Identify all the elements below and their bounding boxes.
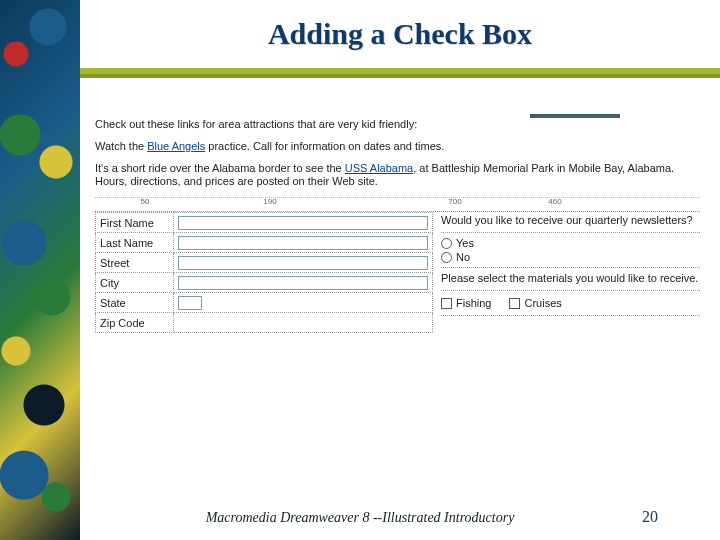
radio-option-no[interactable]: No [441, 251, 700, 263]
label-city: City [96, 273, 174, 293]
side-artwork [0, 0, 80, 540]
last-name-field[interactable] [178, 236, 428, 250]
radio-icon [441, 252, 452, 263]
street-field[interactable] [178, 256, 428, 270]
checkbox-icon [441, 298, 452, 309]
ruler-mark: 190 [263, 197, 276, 206]
checkbox-option-cruises[interactable]: Cruises [509, 297, 561, 309]
checkbox-icon [509, 298, 520, 309]
label-last-name: Last Name [96, 233, 174, 253]
title-bar: Adding a Check Box [80, 0, 720, 74]
table-row: Last Name [96, 233, 433, 253]
form-layout: First Name Last Name Street City [95, 212, 700, 333]
state-field[interactable] [178, 296, 202, 310]
first-name-field[interactable] [178, 216, 428, 230]
label-zip: Zip Code [96, 313, 174, 333]
slide: Adding a Check Box Check out these links… [0, 0, 720, 540]
radio-icon [441, 238, 452, 249]
checkbox-option-fishing[interactable]: Fishing [441, 297, 491, 309]
table-row: State [96, 293, 433, 313]
ruler-mark: 460 [548, 197, 561, 206]
ruler-guide: 50 190 700 460 [95, 197, 700, 207]
text-fragment: Watch the [95, 140, 147, 152]
materials-prompt: Please select the materials you would li… [441, 272, 700, 284]
table-row: City [96, 273, 433, 293]
ruler-mark: 700 [448, 197, 461, 206]
page-number: 20 [642, 508, 658, 526]
radio-option-yes[interactable]: Yes [441, 237, 700, 249]
footer-text: Macromedia Dreamweaver 8 --Illustrated I… [0, 510, 720, 526]
radio-label: Yes [456, 237, 474, 249]
address-table: First Name Last Name Street City [95, 212, 433, 333]
checkbox-label: Fishing [456, 297, 491, 309]
table-row: First Name [96, 213, 433, 233]
label-state: State [96, 293, 174, 313]
checkbox-row: Fishing Cruises [441, 295, 700, 311]
slide-title: Adding a Check Box [268, 17, 532, 51]
dotted-divider [441, 232, 700, 233]
table-row: Zip Code [96, 313, 433, 333]
address-column: First Name Last Name Street City [95, 212, 433, 333]
city-field[interactable] [178, 276, 428, 290]
checkbox-label: Cruises [524, 297, 561, 309]
dotted-divider [441, 290, 700, 291]
label-first-name: First Name [96, 213, 174, 233]
line-uss-alabama: It's a short ride over the Alabama borde… [95, 162, 700, 190]
line-blue-angels: Watch the Blue Angels practice. Call for… [95, 140, 700, 154]
link-blue-angels[interactable]: Blue Angels [147, 140, 205, 152]
link-uss-alabama[interactable]: USS Alabama [345, 162, 413, 174]
intro-text: Check out these links for area attractio… [95, 118, 700, 132]
dotted-divider [441, 315, 700, 316]
dotted-divider [441, 267, 700, 268]
content-area: Check out these links for area attractio… [95, 118, 700, 408]
text-fragment: It's a short ride over the Alabama borde… [95, 162, 345, 174]
table-row: Street [96, 253, 433, 273]
newsletter-question: Would you like to receive our quarterly … [441, 214, 700, 226]
title-underline [80, 74, 720, 78]
options-column: Would you like to receive our quarterly … [433, 212, 700, 333]
text-fragment: practice. Call for information on dates … [205, 140, 444, 152]
label-street: Street [96, 253, 174, 273]
radio-label: No [456, 251, 470, 263]
ruler-mark: 50 [141, 197, 150, 206]
